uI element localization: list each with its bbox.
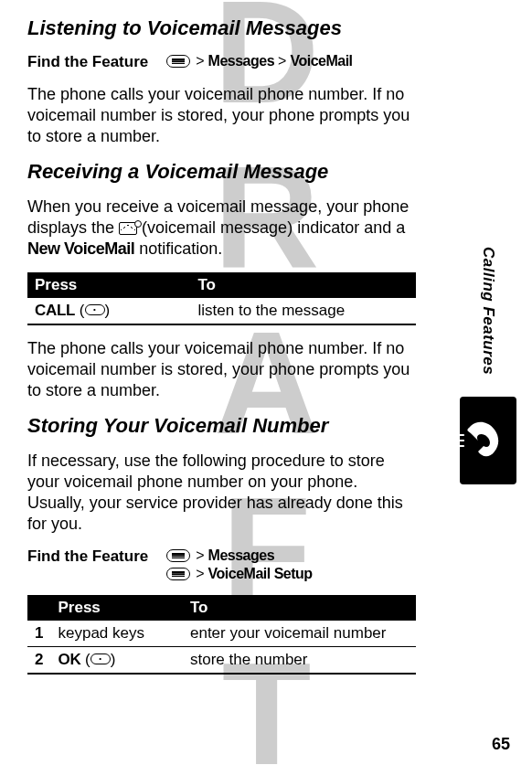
menu-icon: [166, 549, 190, 562]
table-header: Press To: [27, 595, 416, 621]
receive-body-below: The phone calls your voicemail phone num…: [27, 338, 416, 401]
find-feature-listen: Find the Feature > Messages > VoiceMail: [27, 53, 416, 71]
page-number: 65: [492, 735, 510, 754]
heading-receiving: Receiving a Voicemail Message: [27, 160, 416, 184]
path-voicemail: VoiceMail: [290, 53, 352, 69]
cell-num: 2: [27, 647, 50, 675]
th-press: Press: [50, 595, 183, 621]
find-feature-store: Find the Feature > Messages > VoiceMail …: [27, 547, 416, 582]
menu-icon: [166, 568, 190, 580]
path-messages: Messages: [208, 547, 275, 564]
paren-close: ): [105, 302, 111, 319]
phone-icon: [460, 397, 516, 484]
table-row: CALL () listen to the message: [27, 298, 416, 324]
find-feature-label: Find the Feature: [27, 547, 148, 566]
heading-listening: Listening to Voicemail Messages: [27, 16, 416, 40]
cell-to: store the number: [183, 647, 416, 675]
ok-key-label: OK: [58, 651, 80, 668]
receive-body-post: notification.: [139, 239, 222, 258]
table-row: 1 keypad keys enter your voicemail numbe…: [27, 621, 416, 647]
table-receive: Press To CALL () listen to the message: [27, 272, 416, 325]
receive-body: When you receive a voicemail message, yo…: [27, 197, 416, 260]
side-column: Calling Features: [455, 219, 521, 658]
path-sep: >: [278, 53, 286, 69]
store-body: If necessary, use the following procedur…: [27, 451, 416, 535]
cell-to: listen to the message: [191, 298, 417, 324]
side-label: Calling Features: [479, 247, 497, 375]
handset-icon: [443, 417, 505, 464]
cell-press: OK (): [50, 647, 183, 675]
path-messages: Messages: [208, 53, 275, 69]
path-sep: >: [196, 53, 204, 69]
menu-icon: [166, 55, 190, 68]
table-store: Press To 1 keypad keys enter your voicem…: [27, 595, 416, 675]
path-sep: >: [196, 547, 204, 564]
softkey-icon: [90, 653, 111, 664]
path-voicemail-setup: VoiceMail Setup: [208, 566, 313, 582]
page-content: Listening to Voicemail Messages Find the…: [0, 0, 443, 706]
cell-num: 1: [27, 621, 50, 647]
find-feature-path: > Messages > VoiceMail Setup: [166, 547, 312, 582]
softkey-icon: [85, 304, 105, 315]
th-blank: [27, 595, 50, 621]
path-sep: >: [196, 566, 204, 582]
listen-body: The phone calls your voicemail phone num…: [27, 84, 416, 147]
th-to: To: [191, 272, 417, 298]
th-to: To: [183, 595, 416, 621]
paren-open: (: [75, 302, 84, 319]
new-voicemail-label: New VoiceMail: [27, 239, 134, 258]
find-feature-label: Find the Feature: [27, 53, 148, 71]
receive-body-mid: (voicemail message) indicator and a: [142, 218, 405, 237]
paren-open: (: [80, 651, 90, 668]
paren-close: ): [111, 651, 116, 668]
call-key-label: CALL: [35, 302, 75, 319]
voicemail-indicator-icon: [119, 222, 137, 235]
heading-storing: Storing Your Voicemail Number: [27, 414, 416, 438]
table-header: Press To: [27, 272, 416, 298]
find-feature-path: > Messages > VoiceMail: [166, 53, 352, 69]
th-press: Press: [27, 272, 191, 298]
cell-press: CALL (): [27, 298, 191, 324]
cell-to: enter your voicemail number: [183, 621, 416, 647]
cell-press: keypad keys: [50, 621, 183, 647]
table-row: 2 OK () store the number: [27, 647, 416, 675]
